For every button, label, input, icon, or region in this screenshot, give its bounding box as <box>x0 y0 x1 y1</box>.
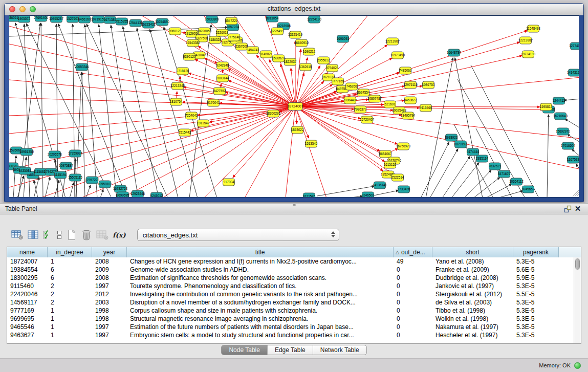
graph-node[interactable]: 9245652 <box>522 186 535 193</box>
graph-node[interactable]: 20053346 <box>75 63 90 71</box>
graph-node[interactable]: 15720407 <box>360 116 375 123</box>
graph-node[interactable]: 10973493 <box>390 52 405 59</box>
float-panel-button[interactable] <box>562 204 573 213</box>
graph-node[interactable]: 1362615 <box>299 63 312 71</box>
graph-node[interactable]: 7515355 <box>116 18 128 25</box>
graph-node[interactable]: 14136141 <box>373 182 387 189</box>
graph-node[interactable]: 1145194 <box>54 171 67 179</box>
graph-node[interactable]: 16210643 <box>553 113 568 120</box>
graph-node[interactable]: 917004 <box>223 179 235 186</box>
graph-node[interactable]: 10254880 <box>155 18 170 26</box>
graph-node[interactable]: 19734193 <box>521 51 536 58</box>
graph-node[interactable]: 15505115 <box>68 174 82 181</box>
graph-node[interactable]: 1515442 <box>179 129 191 136</box>
graph-node[interactable]: 12213967 <box>385 38 400 45</box>
graph-node[interactable]: 17359924 <box>68 150 83 157</box>
graph-node[interactable]: 12219387 <box>518 37 533 44</box>
table-row[interactable]: 946362711997Embryonic stem cells: a mode… <box>7 331 574 339</box>
graph-node[interactable]: 1822037 <box>284 58 297 65</box>
function-builder-button[interactable]: f(x) <box>113 228 126 242</box>
graph-node[interactable]: 16648784 <box>447 49 462 56</box>
graph-node[interactable]: 18495794 <box>401 112 416 119</box>
graph-node[interactable]: 12975115 <box>403 81 418 89</box>
column-header-in-degree[interactable]: in_degree <box>48 247 92 257</box>
graph-node[interactable]: 10807487 <box>367 95 382 102</box>
graph-node[interactable]: 10654112 <box>509 178 524 185</box>
row-height-button[interactable] <box>56 228 62 242</box>
new-table-button[interactable] <box>67 228 77 242</box>
table-row[interactable]: 1872400712008Changes of HCN gene express… <box>7 257 574 266</box>
column-header-year[interactable]: year <box>92 247 127 257</box>
graph-node[interactable]: 1733426 <box>398 186 410 193</box>
delete-table-button[interactable] <box>81 228 92 242</box>
table-row[interactable]: 2242004622012Investigating the contribut… <box>7 290 574 298</box>
graph-node[interactable]: 11548498 <box>526 25 540 32</box>
graph-node[interactable]: 9245012 <box>150 192 163 198</box>
graph-node[interactable]: 13325419 <box>288 31 303 38</box>
graph-node[interactable]: 12923446 <box>130 190 145 198</box>
graph-node[interactable]: 9242848 <box>216 62 229 69</box>
graph-node[interactable]: 9474444 <box>467 148 480 156</box>
graph-node[interactable]: 9463627 <box>404 97 417 104</box>
graph-node[interactable]: 1905572 <box>18 16 31 23</box>
graph-node[interactable]: 7632621 <box>489 163 502 170</box>
column-header-pagerank[interactable]: pagerank <box>513 247 559 257</box>
panel-drag-handle[interactable] <box>293 204 296 206</box>
graph-node[interactable]: 8471676 <box>498 170 511 178</box>
graph-node[interactable]: 7485063 <box>399 67 412 74</box>
graph-node[interactable]: 18300295 <box>266 110 281 117</box>
close-panel-button[interactable]: ✕ <box>573 204 583 213</box>
graph-node[interactable]: 1853022 <box>291 126 304 134</box>
graph-node[interactable]: 3624554 <box>357 89 370 96</box>
network-window-titlebar[interactable]: citations_edges.txt <box>5 4 583 15</box>
show-columns-button[interactable] <box>28 228 39 242</box>
table-scrollbar[interactable] <box>574 257 581 343</box>
graph-node[interactable]: 10958107 <box>98 181 113 188</box>
graph-node[interactable]: 18724007 <box>287 103 303 111</box>
graph-node[interactable]: 2935114 <box>476 155 489 162</box>
graph-node[interactable]: 1696212 <box>303 48 316 55</box>
graph-node[interactable]: 18951350 <box>19 148 34 156</box>
graph-node[interactable]: 17016504 <box>561 142 576 149</box>
graph-node[interactable]: 2718120 <box>177 68 189 75</box>
graph-node[interactable]: 2803144 <box>216 75 229 82</box>
graph-node[interactable]: 2522514 <box>391 174 404 181</box>
graph-node[interactable]: 1086753 <box>422 81 435 89</box>
graph-node[interactable]: 2775148 <box>228 34 241 41</box>
graph-node[interactable]: 9170041 <box>207 99 220 106</box>
graph-node[interactable]: 9777169 <box>332 78 344 85</box>
graph-node[interactable]: 1810754 <box>170 98 183 105</box>
graph-node[interactable]: 6466160 <box>78 16 91 23</box>
graph-node[interactable]: 1225499 <box>271 28 284 35</box>
graph-node[interactable]: 1588520 <box>272 55 285 62</box>
table-row[interactable]: 969969511998Structural magnetic resonanc… <box>7 315 574 323</box>
graph-node[interactable]: 9115460 <box>420 104 432 112</box>
graph-node[interactable]: 1595813 <box>540 103 553 111</box>
scrollbar-thumb[interactable] <box>575 258 580 270</box>
column-header-name[interactable]: name <box>7 247 48 257</box>
graph-node[interactable]: 9794028 <box>326 64 339 72</box>
graph-node[interactable]: 16223432 <box>141 21 156 28</box>
network-view[interactable]: 1860512190557227691406109552871527607646… <box>9 15 579 198</box>
graph-node[interactable]: 16033809 <box>205 16 220 23</box>
graph-node[interactable]: 1167533 <box>567 156 579 163</box>
graph-node[interactable]: 1513545 <box>305 140 318 147</box>
graph-node[interactable]: 20364486 <box>343 97 358 104</box>
tab-network-table[interactable]: Network Table <box>313 345 366 355</box>
tab-edge-table[interactable]: Edge Table <box>267 345 313 355</box>
graph-node[interactable]: 8427552 <box>213 87 226 95</box>
graph-node[interactable]: 12254190 <box>307 16 322 23</box>
table-row[interactable]: 1830029562008Estimation of significance … <box>7 274 574 282</box>
canvas-resize-grip[interactable] <box>573 190 579 196</box>
graph-node[interactable]: 5547221 <box>225 17 238 25</box>
graph-node[interactable]: 10955287 <box>49 16 64 23</box>
select-columns-button[interactable] <box>43 228 52 242</box>
network-canvas[interactable]: 1860512190557227691406109552871527607646… <box>9 16 579 198</box>
tab-node-table[interactable]: Node Table <box>222 345 267 355</box>
graph-node[interactable]: 8813054 <box>266 16 279 22</box>
graph-node[interactable]: 15692971 <box>556 128 571 135</box>
column-header-out-de-[interactable]: △out_de... <box>394 247 432 257</box>
graph-node[interactable]: 16543382 <box>186 39 201 47</box>
graph-node[interactable]: 6671385 <box>104 16 117 24</box>
graph-node[interactable]: 9121545 <box>303 193 316 198</box>
